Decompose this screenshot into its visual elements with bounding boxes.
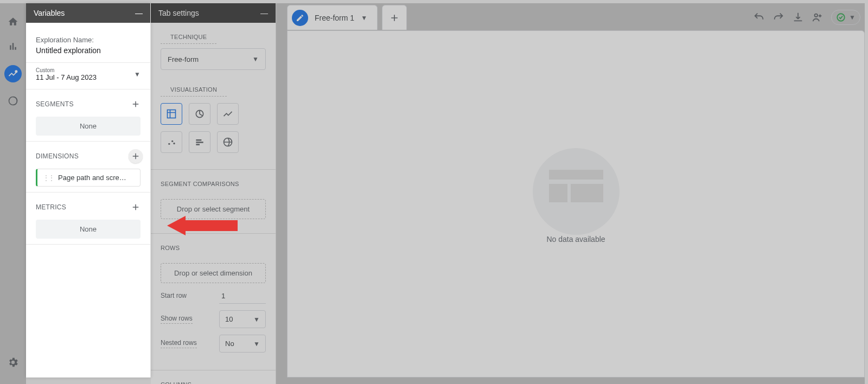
svg-point-5 xyxy=(171,140,173,142)
technique-value: Free-form xyxy=(168,55,199,63)
empty-state-icon xyxy=(533,164,620,219)
svg-rect-8 xyxy=(196,142,203,143)
add-metric-button[interactable] xyxy=(129,200,143,214)
show-rows-dropdown[interactable]: 10 ▼ xyxy=(219,310,266,328)
viz-bar-button[interactable] xyxy=(189,131,210,153)
nested-rows-dropdown[interactable]: No ▼ xyxy=(219,335,266,353)
viz-scatter-button[interactable] xyxy=(161,131,182,153)
viz-donut-button[interactable] xyxy=(189,103,210,125)
nav-explore-icon[interactable] xyxy=(4,65,22,82)
metrics-label: METRICS xyxy=(36,203,66,211)
show-rows-value: 10 xyxy=(225,315,233,323)
date-range-picker[interactable]: Custom 11 Jul - 7 Aug 2023 ▼ xyxy=(26,63,150,84)
add-dimension-button[interactable] xyxy=(129,149,143,163)
nav-admin-icon[interactable] xyxy=(7,356,20,369)
nav-home-icon[interactable] xyxy=(7,15,20,28)
rows-label: ROWS xyxy=(151,242,189,254)
svg-point-0 xyxy=(15,71,17,72)
columns-label: COLUMNS xyxy=(151,379,201,384)
segment-comparisons-label: SEGMENT COMPARISONS xyxy=(151,178,249,190)
viz-table-button[interactable] xyxy=(161,103,182,125)
download-icon[interactable] xyxy=(792,11,804,23)
chevron-down-icon: ▼ xyxy=(252,55,259,63)
segments-label: SEGMENTS xyxy=(36,100,74,108)
add-segment-button[interactable] xyxy=(129,97,143,111)
viz-geo-button[interactable] xyxy=(217,131,239,153)
tab-name: Free-form 1 xyxy=(315,14,354,22)
svg-point-11 xyxy=(815,14,818,17)
technique-label: TECHNIQUE xyxy=(161,31,216,44)
metrics-none: None xyxy=(36,220,141,239)
viz-line-button[interactable] xyxy=(217,103,239,125)
chevron-down-icon: ▼ xyxy=(253,316,260,323)
tab-settings-header: Tab settings — xyxy=(151,3,276,23)
check-icon xyxy=(836,12,846,22)
date-range-label: Custom xyxy=(36,67,97,73)
nested-rows-value: No xyxy=(225,340,234,348)
no-data-text: No data available xyxy=(546,235,605,244)
nested-rows-label: Nested rows xyxy=(161,339,197,348)
show-rows-label: Show rows xyxy=(161,315,193,324)
report-viewport: No data available xyxy=(287,30,865,377)
technique-dropdown[interactable]: Free-form ▼ xyxy=(161,48,266,70)
chevron-down-icon: ▼ xyxy=(134,71,141,78)
drag-handle-icon: ⋮⋮ xyxy=(43,174,54,182)
add-tab-button[interactable] xyxy=(382,5,407,30)
exploration-name-value[interactable]: Untitled exploration xyxy=(36,46,141,55)
svg-rect-9 xyxy=(196,144,200,145)
status-indicator[interactable]: ▼ xyxy=(831,10,860,25)
segments-none: None xyxy=(36,117,141,136)
svg-point-4 xyxy=(168,143,170,145)
edit-tab-icon[interactable] xyxy=(292,10,308,26)
tab-menu-icon[interactable]: ▼ xyxy=(361,14,367,22)
freeform-tab[interactable]: Free-form 1 ▼ xyxy=(287,5,378,30)
collapse-tab-settings-icon[interactable]: — xyxy=(260,9,268,17)
chevron-down-icon: ▼ xyxy=(849,14,856,21)
svg-rect-2 xyxy=(168,110,176,118)
dimensions-label: DIMENSIONS xyxy=(36,152,79,160)
start-row-label: Start row xyxy=(161,292,187,300)
collapse-variables-icon[interactable]: — xyxy=(135,9,143,17)
share-icon[interactable] xyxy=(812,11,824,23)
chevron-down-icon: ▼ xyxy=(253,340,260,348)
exploration-name-label: Exploration Name: xyxy=(36,36,141,44)
start-row-input[interactable] xyxy=(219,289,266,304)
date-range-value: 11 Jul - 7 Aug 2023 xyxy=(36,73,97,81)
nav-advertising-icon[interactable] xyxy=(7,94,20,107)
tab-settings-title: Tab settings xyxy=(158,9,199,17)
undo-icon[interactable] xyxy=(753,11,765,23)
nav-reports-icon[interactable] xyxy=(7,40,20,53)
dimension-chip-label: Page path and scre… xyxy=(58,174,126,182)
variables-panel: Variables — Exploration Name: Untitled e… xyxy=(26,3,151,377)
rows-dropzone[interactable]: Drop or select dimension xyxy=(161,263,266,283)
dimension-chip[interactable]: ⋮⋮ Page path and scre… xyxy=(36,169,141,187)
tab-settings-panel: Tab settings — TECHNIQUE Free-form ▼ VIS… xyxy=(151,3,276,384)
redo-icon[interactable] xyxy=(773,11,784,23)
canvas-area: Free-form 1 ▼ ▼ xyxy=(276,3,865,384)
svg-point-6 xyxy=(173,143,175,144)
variables-panel-header: Variables — xyxy=(26,3,150,23)
segment-dropzone[interactable]: Drop or select segment xyxy=(161,199,266,219)
svg-rect-7 xyxy=(196,139,201,141)
visualisation-label: VISUALISATION xyxy=(161,84,227,97)
variables-title: Variables xyxy=(34,9,65,17)
